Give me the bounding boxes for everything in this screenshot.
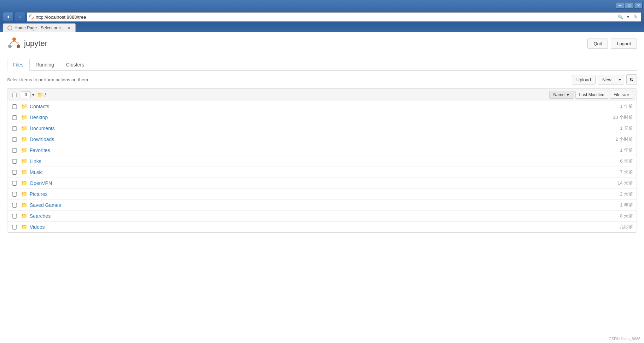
file-link[interactable]: Contacts [30, 104, 591, 109]
table-row: 📁 Downloads 2 小时前 [7, 134, 637, 145]
sort-controls: Name ▼ Last Modified File size [549, 91, 633, 99]
sort-size-button[interactable]: File size [610, 91, 633, 99]
tab-navigation: Files Running Clusters [7, 59, 637, 71]
select-all-checkbox[interactable] [11, 93, 18, 97]
file-link[interactable]: Videos [30, 224, 591, 230]
dropdown-button[interactable]: ▾ [625, 13, 632, 21]
address-input[interactable] [36, 14, 615, 20]
tabs-bar: Home Page - Select or c... ✕ [0, 23, 644, 32]
row-checkbox[interactable] [11, 115, 18, 120]
table-row: 📁 Videos 几秒前 [7, 222, 637, 232]
nav-bar: 🔍 ▾ ↻ [0, 11, 644, 23]
folder-icon: 📁 [21, 158, 28, 164]
folder-icon: 📁 [21, 103, 28, 110]
table-row: 📁 Searches 8 天前 [7, 211, 637, 222]
row-checkbox[interactable] [11, 170, 18, 175]
title-bar: ─ □ ✕ [0, 0, 644, 11]
table-row: 📁 OpenVPN 14 天前 [7, 178, 637, 189]
close-button[interactable]: ✕ [634, 2, 643, 8]
row-checkbox[interactable] [11, 104, 18, 109]
row-checkbox[interactable] [11, 148, 18, 153]
folder-icon: 📁 [21, 136, 28, 143]
new-button-group: New ▾ [598, 75, 624, 85]
toolbar: Select items to perform actions on them.… [7, 74, 637, 85]
row-checkbox[interactable] [11, 214, 18, 219]
selected-count: 0 [21, 91, 31, 98]
table-row: 📁 Saved Games 1 年前 [7, 200, 637, 211]
file-link[interactable]: OpenVPN [30, 180, 591, 186]
toolbar-hint: Select items to perform actions on them. [7, 77, 89, 82]
file-table: 0 ▾ 📁 / Name ▼ Last Modified File size 📁… [7, 88, 637, 233]
new-button[interactable]: New [598, 75, 616, 85]
search-button[interactable]: 🔍 [617, 13, 624, 21]
refresh-address-button[interactable]: ↻ [632, 13, 639, 21]
file-modified: 10 小时前 [591, 114, 633, 121]
file-link[interactable]: Pictures [30, 191, 591, 197]
svg-marker-1 [19, 15, 21, 19]
table-row: 📁 Documents 1 天前 [7, 123, 637, 134]
svg-point-3 [12, 37, 16, 41]
tab-clusters[interactable]: Clusters [60, 59, 90, 71]
folder-icon: 📁 [21, 114, 28, 121]
jupyter-header: jupyter Quit Logout [0, 32, 644, 55]
file-modified: 几秒前 [591, 224, 633, 230]
file-link[interactable]: Downloads [30, 136, 591, 142]
file-link[interactable]: Music [30, 169, 591, 175]
row-checkbox[interactable] [11, 203, 18, 208]
folder-icon: 📁 [21, 180, 28, 186]
sort-name-button[interactable]: Name ▼ [549, 91, 574, 99]
sort-modified-button[interactable]: Last Modified [575, 91, 608, 99]
page-loading-icon [29, 14, 34, 20]
count-dropdown-arrow[interactable]: ▾ [32, 93, 34, 97]
file-link[interactable]: Searches [30, 213, 591, 219]
file-link[interactable]: Favorites [30, 147, 591, 153]
jupyter-logo-text: jupyter [24, 39, 47, 48]
browser-tab[interactable]: Home Page - Select or c... ✕ [3, 23, 76, 32]
file-modified: 1 年前 [591, 103, 633, 110]
back-button[interactable] [3, 12, 13, 22]
jupyter-logo: jupyter [7, 36, 47, 51]
quit-button[interactable]: Quit [587, 39, 608, 49]
file-modified: 1 年前 [591, 202, 633, 208]
jupyter-logo-icon [7, 36, 21, 51]
svg-marker-0 [7, 15, 9, 19]
svg-point-4 [8, 45, 12, 48]
row-checkbox[interactable] [11, 159, 18, 164]
tab-files[interactable]: Files [7, 59, 30, 71]
row-checkbox[interactable] [11, 181, 18, 186]
file-modified: 2 小时前 [591, 136, 633, 143]
maximize-button[interactable]: □ [625, 2, 633, 8]
tab-close-button[interactable]: ✕ [66, 26, 71, 30]
file-rows-container: 📁 Contacts 1 年前 📁 Desktop 10 小时前 📁 Docum… [7, 101, 637, 232]
row-checkbox[interactable] [11, 137, 18, 142]
logout-button[interactable]: Logout [611, 39, 637, 49]
address-bar-actions: 🔍 ▾ ↻ [617, 13, 639, 21]
minimize-button[interactable]: ─ [616, 2, 624, 8]
folder-icon: 📁 [21, 125, 28, 132]
file-link[interactable]: Saved Games [30, 202, 591, 208]
title-bar-buttons: ─ □ ✕ [616, 2, 643, 8]
watermark: CSDN ©kkh_8686 [609, 337, 640, 341]
forward-button[interactable] [15, 12, 25, 22]
tab-running[interactable]: Running [30, 59, 60, 71]
upload-button[interactable]: Upload [572, 75, 596, 85]
file-link[interactable]: Desktop [30, 115, 591, 120]
refresh-button[interactable]: ↻ [626, 74, 637, 85]
row-checkbox[interactable] [11, 126, 18, 131]
row-checkbox[interactable] [11, 225, 18, 229]
file-link[interactable]: Links [30, 158, 591, 164]
file-modified: 1 天前 [591, 125, 633, 132]
file-link[interactable]: Documents [30, 126, 591, 131]
tab-spinner-icon [7, 25, 12, 30]
table-row: 📁 Pictures 2 天前 [7, 189, 637, 200]
file-modified: 7 天前 [591, 169, 633, 175]
browser-chrome: ─ □ ✕ 🔍 ▾ ↻ Home Page - [0, 0, 644, 32]
file-modified: 2 天前 [591, 191, 633, 197]
new-button-dropdown[interactable]: ▾ [616, 75, 624, 85]
file-modified: 1 年前 [591, 147, 633, 153]
folder-icon: 📁 [21, 213, 28, 219]
table-row: 📁 Music 7 天前 [7, 167, 637, 178]
address-bar: 🔍 ▾ ↻ [27, 12, 641, 22]
row-checkbox[interactable] [11, 192, 18, 197]
svg-point-2 [29, 15, 34, 19]
